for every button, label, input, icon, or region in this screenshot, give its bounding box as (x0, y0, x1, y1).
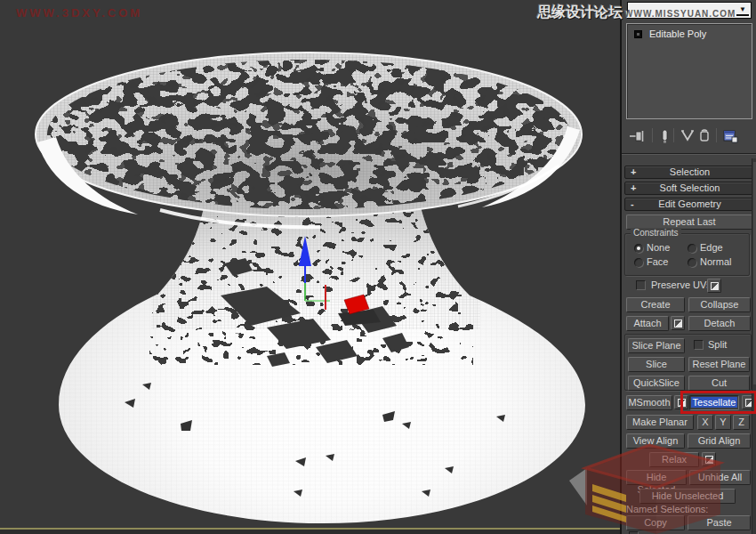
configure-modifier-sets-icon[interactable] (721, 127, 739, 145)
modifier-stack[interactable]: Editable Poly (626, 23, 752, 119)
collapse-button[interactable]: Collapse (688, 297, 751, 312)
rollout-selection[interactable]: + Selection (624, 166, 755, 179)
slice-plane-button[interactable]: Slice Plane (628, 338, 685, 353)
split-label: Split (708, 339, 727, 350)
make-planar-z-button[interactable]: Z (733, 415, 750, 430)
reset-plane-button[interactable]: Reset Plane (688, 357, 750, 372)
toolbar-separator (652, 128, 653, 142)
remove-modifier-icon[interactable] (696, 127, 712, 145)
rollout-toggle[interactable]: + (631, 166, 636, 178)
make-planar-button[interactable]: Make Planar (626, 415, 694, 430)
preserve-uvs-checkbox[interactable] (636, 280, 646, 290)
modifier-icon (634, 30, 642, 38)
make-planar-y-button[interactable]: Y (715, 415, 731, 430)
constraint-none-radio[interactable] (634, 244, 643, 253)
pin-stack-icon[interactable] (629, 127, 647, 145)
create-button[interactable]: Create (626, 297, 685, 312)
make-unique-icon[interactable] (679, 127, 696, 145)
stack-item-label: Editable Poly (649, 28, 706, 39)
constraint-face-label: Face (647, 256, 668, 267)
stack-item-editable-poly[interactable]: Editable Poly (629, 27, 750, 41)
constraint-normal-label: Normal (700, 256, 731, 267)
rollout-toggle[interactable]: - (631, 198, 634, 210)
viewport-canvas[interactable] (0, 0, 620, 534)
rollout-label: Selection (670, 166, 710, 177)
slice-button[interactable]: Slice (628, 357, 685, 372)
rollout-label: Soft Selection (660, 182, 720, 193)
toolbar-separator (716, 128, 717, 142)
constraint-normal-radio[interactable] (688, 258, 696, 267)
watermark-forum-name: 思缘设计论坛 (537, 4, 623, 20)
preserve-uvs-label: Preserve UVs (651, 279, 712, 290)
statusbar-sliver (0, 530, 620, 534)
toolbar-separator (673, 128, 674, 142)
chevron-down-icon[interactable]: ▼ (736, 4, 749, 16)
cut-button[interactable]: Cut (688, 376, 750, 391)
app-window: WWW.3DXY.COM 思缘设计论坛WWW.MISSYUAN.COM ▼ Ed… (0, 0, 756, 534)
show-end-result-icon[interactable] (657, 127, 672, 145)
watermark-missyuan: 思缘设计论坛WWW.MISSYUAN.COM (537, 4, 736, 22)
mesh-object (0, 0, 620, 534)
constraints-group: Constraints (624, 233, 750, 276)
attach-settings-button[interactable] (671, 316, 685, 330)
rollout-edit-geometry[interactable]: - Edit Geometry (624, 198, 755, 211)
tutorial-logo (560, 440, 756, 534)
watermark-forum-url: WWW.MISSYUAN.COM (624, 9, 736, 19)
detach-button[interactable]: Detach (688, 316, 751, 331)
rollout-toggle[interactable]: + (631, 182, 636, 194)
constraints-group-title: Constraints (631, 228, 681, 238)
split-checkbox[interactable] (694, 340, 704, 350)
attach-button[interactable]: Attach (626, 316, 669, 331)
constraint-face-radio[interactable] (634, 258, 643, 267)
msmooth-button[interactable]: MSmooth (626, 395, 672, 410)
red-annotation-box (680, 391, 756, 414)
rollout-label: Edit Geometry (658, 198, 720, 209)
rollout-soft-selection[interactable]: + Soft Selection (624, 182, 755, 195)
panel-divider (622, 153, 756, 155)
stack-toolbar (622, 125, 756, 148)
make-planar-x-button[interactable]: X (697, 415, 713, 430)
quickslice-button[interactable]: QuickSlice (628, 376, 685, 391)
watermark-3dxy: WWW.3DXY.COM (16, 6, 142, 20)
constraint-none-label: None (647, 242, 670, 253)
constraint-edge-label: Edge (700, 242, 723, 253)
preserve-uvs-settings-button[interactable] (707, 279, 721, 293)
constraint-edge-radio[interactable] (688, 244, 696, 253)
